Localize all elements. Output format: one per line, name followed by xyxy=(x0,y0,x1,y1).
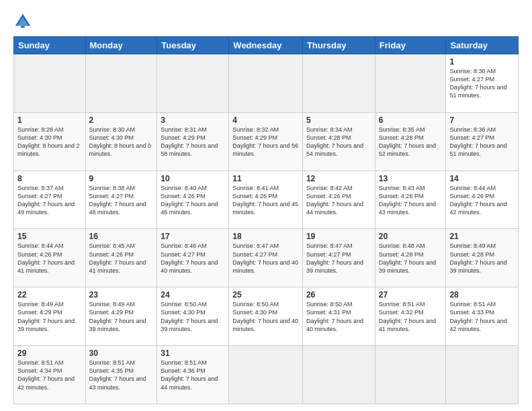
day-info: Sunrise: 8:49 AMSunset: 4:29 PMDaylight:… xyxy=(17,300,82,333)
day-number: 18 xyxy=(232,232,299,241)
day-number: 17 xyxy=(161,232,225,241)
calendar-cell: 14Sunrise: 8:44 AMSunset: 4:26 PMDayligh… xyxy=(446,171,519,229)
day-info: Sunrise: 8:51 AMSunset: 4:32 PMDaylight:… xyxy=(379,300,443,333)
calendar-cell: 24Sunrise: 8:50 AMSunset: 4:30 PMDayligh… xyxy=(157,287,229,346)
header-day: Tuesday xyxy=(157,37,229,54)
calendar-cell: 25Sunrise: 8:50 AMSunset: 4:30 PMDayligh… xyxy=(229,287,303,346)
svg-rect-2 xyxy=(21,26,25,28)
day-info: Sunrise: 8:41 AMSunset: 4:26 PMDaylight:… xyxy=(232,184,299,217)
day-number: 6 xyxy=(379,116,443,125)
day-info: Sunrise: 8:35 AMSunset: 4:28 PMDaylight:… xyxy=(379,126,443,158)
day-number: 31 xyxy=(161,349,225,358)
header-day: Saturday xyxy=(446,37,519,54)
day-number: 2 xyxy=(89,116,154,125)
day-number: 29 xyxy=(17,349,82,358)
calendar-cell: 18Sunrise: 8:47 AMSunset: 4:27 PMDayligh… xyxy=(229,229,303,287)
calendar-cell: 17Sunrise: 8:46 AMSunset: 4:27 PMDayligh… xyxy=(157,229,229,287)
header-day: Thursday xyxy=(302,37,375,54)
day-info: Sunrise: 8:28 AMSunset: 4:30 PMDaylight:… xyxy=(17,126,82,158)
calendar-cell xyxy=(85,54,157,113)
day-info: Sunrise: 8:45 AMSunset: 4:26 PMDaylight:… xyxy=(89,242,154,275)
logo-icon xyxy=(13,12,32,31)
calendar-cell: 1Sunrise: 8:28 AMSunset: 4:30 PMDaylight… xyxy=(14,112,86,171)
calendar-cell: 13Sunrise: 8:43 AMSunset: 4:26 PMDayligh… xyxy=(375,171,446,229)
day-number: 4 xyxy=(232,116,299,125)
day-info: Sunrise: 8:34 AMSunset: 4:28 PMDaylight:… xyxy=(306,126,371,158)
header-day: Sunday xyxy=(14,37,86,54)
calendar-cell: 26Sunrise: 8:50 AMSunset: 4:31 PMDayligh… xyxy=(302,287,375,346)
calendar-cell: 29Sunrise: 8:51 AMSunset: 4:34 PMDayligh… xyxy=(14,346,86,404)
day-info: Sunrise: 8:44 AMSunset: 4:26 PMDaylight:… xyxy=(17,242,82,275)
day-info: Sunrise: 8:40 AMSunset: 4:26 PMDaylight:… xyxy=(161,184,225,217)
day-number: 1 xyxy=(449,57,515,66)
calendar-cell: 30Sunrise: 8:51 AMSunset: 4:35 PMDayligh… xyxy=(85,346,157,404)
calendar-cell: 1Sunrise: 8:36 AMSunset: 4:27 PMDaylight… xyxy=(446,54,519,113)
calendar-cell: 16Sunrise: 8:45 AMSunset: 4:26 PMDayligh… xyxy=(85,229,157,287)
calendar-cell: 22Sunrise: 8:49 AMSunset: 4:29 PMDayligh… xyxy=(14,287,86,346)
day-number: 5 xyxy=(306,116,371,125)
day-info: Sunrise: 8:46 AMSunset: 4:27 PMDaylight:… xyxy=(161,242,225,275)
calendar-cell xyxy=(446,346,519,404)
calendar-cell: 28Sunrise: 8:51 AMSunset: 4:33 PMDayligh… xyxy=(446,287,519,346)
day-info: Sunrise: 8:50 AMSunset: 4:30 PMDaylight:… xyxy=(161,300,225,333)
header-row: SundayMondayTuesdayWednesdayThursdayFrid… xyxy=(14,37,519,54)
calendar-cell: 23Sunrise: 8:49 AMSunset: 4:29 PMDayligh… xyxy=(85,287,157,346)
day-info: Sunrise: 8:30 AMSunset: 4:30 PMDaylight:… xyxy=(89,126,154,158)
calendar-cell: 9Sunrise: 8:38 AMSunset: 4:27 PMDaylight… xyxy=(85,171,157,229)
day-info: Sunrise: 8:51 AMSunset: 4:35 PMDaylight:… xyxy=(89,359,154,392)
day-info: Sunrise: 8:43 AMSunset: 4:26 PMDaylight:… xyxy=(379,184,443,217)
day-number: 9 xyxy=(89,174,154,183)
calendar-cell: 19Sunrise: 8:47 AMSunset: 4:27 PMDayligh… xyxy=(302,229,375,287)
day-number: 14 xyxy=(449,174,515,183)
calendar-cell: 2Sunrise: 8:30 AMSunset: 4:30 PMDaylight… xyxy=(85,112,157,171)
calendar-cell: 27Sunrise: 8:51 AMSunset: 4:32 PMDayligh… xyxy=(375,287,446,346)
calendar-cell: 7Sunrise: 8:36 AMSunset: 4:27 PMDaylight… xyxy=(446,112,519,171)
page: SundayMondayTuesdayWednesdayThursdayFrid… xyxy=(0,0,532,411)
calendar-cell: 3Sunrise: 8:31 AMSunset: 4:29 PMDaylight… xyxy=(157,112,229,171)
day-number: 21 xyxy=(449,232,515,241)
day-number: 3 xyxy=(161,116,225,125)
day-info: Sunrise: 8:32 AMSunset: 4:29 PMDaylight:… xyxy=(232,126,299,158)
day-number: 8 xyxy=(17,174,82,183)
logo xyxy=(13,12,35,31)
calendar-cell: 21Sunrise: 8:49 AMSunset: 4:28 PMDayligh… xyxy=(446,229,519,287)
calendar-week: 22Sunrise: 8:49 AMSunset: 4:29 PMDayligh… xyxy=(14,287,519,346)
day-number: 20 xyxy=(379,232,443,241)
calendar-cell: 31Sunrise: 8:51 AMSunset: 4:36 PMDayligh… xyxy=(157,346,229,404)
day-number: 19 xyxy=(306,232,371,241)
calendar-cell: 4Sunrise: 8:32 AMSunset: 4:29 PMDaylight… xyxy=(229,112,303,171)
calendar-cell xyxy=(302,54,375,113)
day-number: 10 xyxy=(161,174,225,183)
day-info: Sunrise: 8:36 AMSunset: 4:27 PMDaylight:… xyxy=(449,67,515,100)
calendar-cell: 10Sunrise: 8:40 AMSunset: 4:26 PMDayligh… xyxy=(157,171,229,229)
day-info: Sunrise: 8:38 AMSunset: 4:27 PMDaylight:… xyxy=(89,184,154,217)
calendar-cell: 15Sunrise: 8:44 AMSunset: 4:26 PMDayligh… xyxy=(14,229,86,287)
calendar-cell xyxy=(302,346,375,404)
day-number: 27 xyxy=(379,290,443,300)
day-info: Sunrise: 8:50 AMSunset: 4:30 PMDaylight:… xyxy=(232,300,299,333)
calendar-cell xyxy=(375,54,446,113)
header-day: Friday xyxy=(375,37,446,54)
header xyxy=(13,12,519,31)
day-info: Sunrise: 8:51 AMSunset: 4:36 PMDaylight:… xyxy=(161,359,225,392)
day-number: 23 xyxy=(89,290,154,300)
day-number: 30 xyxy=(89,349,154,358)
day-info: Sunrise: 8:51 AMSunset: 4:34 PMDaylight:… xyxy=(17,359,82,392)
day-info: Sunrise: 8:50 AMSunset: 4:31 PMDaylight:… xyxy=(306,300,371,333)
day-info: Sunrise: 8:49 AMSunset: 4:28 PMDaylight:… xyxy=(449,242,515,275)
calendar-cell xyxy=(229,54,303,113)
day-number: 12 xyxy=(306,174,371,183)
day-number: 26 xyxy=(306,290,371,300)
day-info: Sunrise: 8:47 AMSunset: 4:27 PMDaylight:… xyxy=(232,242,299,275)
calendar-table: SundayMondayTuesdayWednesdayThursdayFrid… xyxy=(13,36,519,404)
day-number: 22 xyxy=(17,290,82,300)
calendar-week: 1Sunrise: 8:36 AMSunset: 4:27 PMDaylight… xyxy=(14,54,519,113)
calendar-cell: 8Sunrise: 8:37 AMSunset: 4:27 PMDaylight… xyxy=(14,171,86,229)
calendar-cell: 5Sunrise: 8:34 AMSunset: 4:28 PMDaylight… xyxy=(302,112,375,171)
day-info: Sunrise: 8:51 AMSunset: 4:33 PMDaylight:… xyxy=(449,300,515,333)
day-info: Sunrise: 8:31 AMSunset: 4:29 PMDaylight:… xyxy=(161,126,225,158)
day-number: 13 xyxy=(379,174,443,183)
day-number: 1 xyxy=(17,116,82,125)
day-number: 15 xyxy=(17,232,82,241)
day-number: 11 xyxy=(232,174,299,183)
